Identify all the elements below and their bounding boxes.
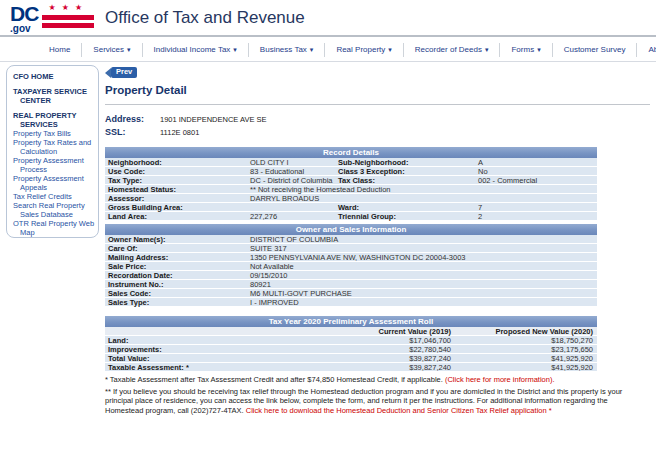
field-value: 80921 — [247, 280, 597, 288]
page-title: Property Detail — [105, 84, 650, 96]
homestead-application-link[interactable]: Click here to download the Homestead Ded… — [246, 406, 552, 415]
field-label: Neighborhood: — [105, 158, 247, 166]
field-label: Taxable Assessment: * — [105, 363, 250, 371]
table-row: Neighborhood: OLD CITY I Sub-Neighborhoo… — [105, 158, 597, 167]
assessment-roll-header: Tax Year 2020 Preliminary Assessment Rol… — [105, 316, 597, 327]
field-value: 09/15/2010 — [247, 271, 597, 279]
field-value: 2 — [475, 212, 597, 220]
sidebar-item-assessment-process[interactable]: Property Assessment Process — [13, 156, 95, 174]
record-details-header: Record Details — [105, 147, 597, 158]
prev-button[interactable]: Prev — [105, 67, 139, 78]
site-header: DC .gov ★★★ Office of Tax and Revenue — [0, 0, 656, 37]
field-value: 1350 PENNSYLVANIA AVE NW, WASHINGTON DC … — [247, 253, 597, 261]
more-information-link[interactable]: (Click here for more information). — [445, 375, 555, 384]
field-value: A — [475, 158, 597, 166]
table-row: Mailing Address: 1350 PENNSYLVANIA AVE N… — [105, 253, 597, 262]
field-label: Owner Name(s): — [105, 235, 247, 243]
field-value: I - IMPROVED — [247, 298, 597, 306]
field-value — [475, 194, 597, 202]
field-value: ** Not receiving the Homestead Deduction — [247, 185, 335, 193]
nav-item-individual-income-tax[interactable]: Individual Income Tax — [142, 43, 248, 57]
nav-item-business-tax[interactable]: Business Tax — [248, 43, 325, 57]
address-value: 1901 INDEPENDENCE AVE SE — [160, 113, 267, 126]
dc-flag-bar-icon — [42, 23, 94, 28]
field-value: M6 MULTI-GOVT PURCHASE — [247, 289, 597, 297]
table-row: Sales Code: M6 MULTI-GOVT PURCHASE — [105, 289, 597, 298]
logo-gov-text: .gov — [10, 24, 38, 34]
table-row: Sale Price: Not Available — [105, 262, 597, 271]
proposed-value: $41,925,920 — [455, 363, 597, 371]
nav-item-services[interactable]: Services — [81, 43, 141, 57]
column-header-proposed: Proposed New Value (2020) — [455, 327, 597, 335]
footnote-taxable-assessment: * Taxable Assessment after Tax Assessmen… — [105, 375, 642, 385]
prev-button-label: Prev — [111, 67, 137, 78]
record-details-table: Record Details Neighborhood: OLD CITY I … — [105, 147, 597, 221]
field-value: No — [475, 167, 597, 175]
field-label: Land: — [105, 336, 250, 344]
field-value: Not Available — [247, 262, 597, 270]
sidebar-item-real-property-services[interactable]: REAL PROPERTY SERVICES — [13, 111, 95, 129]
column-header — [105, 327, 250, 335]
table-row: Gross Building Area: Ward: 7 — [105, 203, 597, 212]
table-row: Land: $17,046,700 $18,750,270 — [105, 336, 597, 345]
sidebar-item-property-tax-bills[interactable]: Property Tax Bills — [13, 129, 95, 138]
field-label: Sales Type: — [105, 298, 247, 306]
field-label: Assessor: — [105, 194, 247, 202]
ssl-row: SSL: 1112E 0801 — [105, 126, 650, 139]
field-value: 002 - Commercial — [475, 176, 597, 184]
table-row: Assessor: DARRYL BROADUS — [105, 194, 597, 203]
field-value: 227,276 — [247, 212, 335, 220]
table-row: Owner Name(s): DISTRICT OF COLUMBIA — [105, 235, 597, 244]
field-label: Land Area: — [105, 212, 247, 220]
field-label: Care Of: — [105, 244, 247, 252]
table-row: Tax Type: DC - District of Columbia Tax … — [105, 176, 597, 185]
table-row: Taxable Assessment: * $39,827,240 $41,92… — [105, 363, 597, 372]
divider — [105, 104, 650, 105]
sidebar-item-taxpayer-service-center[interactable]: TAXPAYER SERVICE CENTER — [13, 87, 95, 105]
field-value: DC - District of Columbia — [247, 176, 335, 184]
table-row: Total Value: $39,827,240 $41,925,920 — [105, 354, 597, 363]
main-nav: Home Services Individual Income Tax Busi… — [0, 39, 656, 62]
table-row: Use Code: 83 - Educational Class 3 Excep… — [105, 167, 597, 176]
field-label: Gross Building Area: — [105, 203, 247, 211]
sidebar-item-tax-relief-credits[interactable]: Tax Relief Credits — [13, 192, 95, 201]
sidebar-item-property-tax-rates[interactable]: Property Tax Rates and Calculation — [13, 138, 95, 156]
field-value: OLD CITY I — [247, 158, 335, 166]
field-label: Recordation Date: — [105, 271, 247, 279]
dc-flag-bar-icon — [42, 15, 94, 20]
sidebar-item-cfo-home[interactable]: CFO HOME — [13, 72, 95, 81]
sidebar-item-otr-web-map[interactable]: OTR Real Property Web Map — [13, 219, 95, 237]
column-header-current: Current Value (2019) — [250, 327, 455, 335]
owner-sales-table: Owner and Sales Information Owner Name(s… — [105, 224, 597, 307]
sidebar-item-assessment-appeals[interactable]: Property Assessment Appeals — [13, 174, 95, 192]
nav-item-home[interactable]: Home — [38, 43, 81, 57]
field-label: Improvements: — [105, 345, 250, 353]
dc-gov-logo[interactable]: DC .gov ★★★ — [10, 3, 94, 34]
field-label — [335, 185, 475, 193]
proposed-value: $41,925,920 — [455, 354, 597, 362]
current-value: $17,046,700 — [250, 336, 455, 344]
field-value: SUITE 317 — [247, 244, 597, 252]
field-value: DISTRICT OF COLUMBIA — [247, 235, 597, 243]
nav-item-customer-survey[interactable]: Customer Survey — [552, 43, 637, 57]
field-label: Class 3 Exception: — [335, 167, 475, 175]
table-row: Recordation Date: 09/15/2010 — [105, 271, 597, 280]
nav-item-recorder-of-deeds[interactable]: Recorder of Deeds — [403, 43, 500, 57]
current-value: $39,827,240 — [250, 363, 455, 371]
main-content: Prev Property Detail Address: 1901 INDEP… — [105, 64, 650, 415]
field-label: Homestead Status: — [105, 185, 247, 193]
assessment-roll-table: Tax Year 2020 Preliminary Assessment Rol… — [105, 316, 597, 372]
field-label: Total Value: — [105, 354, 250, 362]
field-value: DARRYL BROADUS — [247, 194, 335, 202]
table-row: Land Area: 227,276 Triennial Group: 2 — [105, 212, 597, 221]
nav-item-real-property[interactable]: Real Property — [324, 43, 402, 57]
nav-item-forms[interactable]: Forms — [499, 43, 551, 57]
dc-flag-stars-icon: ★★★ — [42, 4, 94, 12]
ssl-value: 1112E 0801 — [160, 126, 199, 139]
sidebar-item-search-sales-database[interactable]: Search Real Property Sales Database — [13, 201, 95, 219]
proposed-value: $18,750,270 — [455, 336, 597, 344]
nav-item-about[interactable]: About — [636, 43, 656, 57]
current-value: $22,780,540 — [250, 345, 455, 353]
table-header-row: Current Value (2019) Proposed New Value … — [105, 327, 597, 336]
field-label: Tax Class: — [335, 176, 475, 184]
